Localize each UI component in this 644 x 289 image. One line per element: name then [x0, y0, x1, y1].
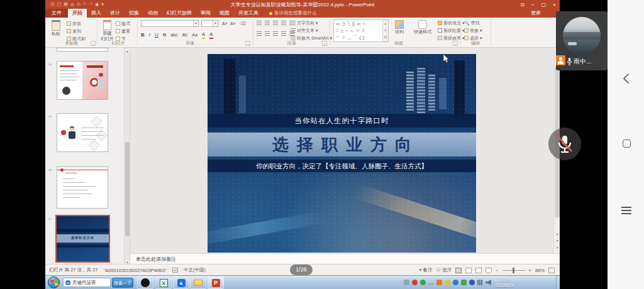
shapes-row[interactable]: □△⌐⌙⇨⇩: [334, 27, 388, 34]
title-bar[interactable]: ◳ ▢ ▤ ◎ ⎙ ↶ ↷ ◉ ▾ 大学生专业认知及职业规划指导-吴华堃2022…: [45, 0, 560, 9]
undo-icon[interactable]: ↶: [83, 2, 87, 7]
tray-icon[interactable]: [469, 280, 475, 285]
shapes-row[interactable]: ▭◻╲╳▭○: [334, 20, 388, 27]
char-spacing-button[interactable]: AV: [182, 31, 187, 38]
strikethrough-button[interactable]: S: [163, 31, 166, 38]
normal-view-button[interactable]: [455, 268, 462, 273]
tab-slideshow[interactable]: 幻灯片放映: [162, 9, 196, 18]
slide-thumbnail[interactable]: [57, 166, 108, 209]
new-slide-button[interactable]: 新建 幻灯片: [101, 20, 114, 41]
taskbar-app-meeting[interactable]: ▲: [173, 276, 189, 289]
spellcheck-icon[interactable]: ab: [172, 268, 178, 273]
align-center-icon[interactable]: [265, 31, 270, 36]
tray-icon[interactable]: [420, 280, 426, 285]
speaker-icon[interactable]: [486, 280, 491, 285]
tab-animations[interactable]: 动画: [143, 9, 162, 18]
ribbon-display-icon[interactable]: ⊡: [520, 2, 525, 8]
sign-in-link[interactable]: 登录: [531, 9, 541, 18]
arrange-button[interactable]: 排列: [395, 20, 404, 35]
align-text-button[interactable]: 对齐文本▾: [291, 28, 332, 33]
qat-dropdown-icon[interactable]: ▾: [101, 2, 104, 7]
slideshow-view-button[interactable]: [486, 268, 492, 273]
paragraph-dialog-launcher[interactable]: ⌟: [322, 41, 327, 46]
tray-icon[interactable]: [453, 280, 458, 285]
tab-developer[interactable]: 开发工具: [234, 9, 263, 18]
thumbnail-scrollbar[interactable]: ▴ ▾: [124, 48, 130, 264]
text-shadow-button[interactable]: abc: [170, 31, 177, 38]
tray-icon[interactable]: [445, 280, 450, 285]
taskbar-app-folder[interactable]: [190, 276, 206, 289]
tray-icon[interactable]: [428, 283, 434, 285]
slide-thumbnail[interactable]: [57, 113, 108, 152]
minimize-icon[interactable]: −: [531, 2, 535, 8]
text-direction-button[interactable]: 文字方向▾: [291, 20, 332, 26]
previous-slide-button[interactable]: ▴: [554, 231, 560, 237]
tell-me-box[interactable]: 告诉我您想要做什么: [269, 9, 317, 18]
reset-button[interactable]: 重置: [116, 28, 130, 34]
tray-icon[interactable]: [436, 280, 442, 285]
font-size-combo[interactable]: ▾: [201, 20, 218, 27]
search-go-button[interactable]: 搜索一下: [112, 278, 133, 288]
combo-arrow-icon[interactable]: ▾: [213, 21, 218, 26]
clipboard-dialog-launcher[interactable]: ⌟: [91, 41, 96, 46]
grow-font-button[interactable]: A˄: [222, 20, 228, 27]
square-button-icon[interactable]: [623, 139, 631, 148]
print-icon[interactable]: ⎙: [77, 2, 80, 7]
comments-toggle[interactable]: 🗩 批注: [436, 267, 452, 273]
font-color-button[interactable]: A: [209, 31, 213, 39]
participant-video-tile[interactable]: 雨中...: [556, 11, 608, 70]
taskbar-app-black-circle[interactable]: [137, 276, 153, 289]
shrink-font-button[interactable]: A˅: [230, 20, 236, 27]
menu-icon[interactable]: [621, 207, 631, 214]
notes-toggle[interactable]: ≡ 备注: [419, 267, 432, 273]
tab-view[interactable]: 视图: [215, 9, 234, 18]
shapes-row[interactable]: ◠☆◡⌒(): [334, 34, 388, 41]
shapes-scrollbar[interactable]: ▴▾⊟: [382, 20, 388, 41]
chevron-left-icon[interactable]: [621, 73, 631, 84]
tab-home[interactable]: 开始: [68, 9, 87, 18]
underline-button[interactable]: U: [155, 31, 158, 38]
start-button[interactable]: [48, 276, 60, 288]
network-signal-icon[interactable]: [477, 280, 483, 285]
combo-arrow-icon[interactable]: ▾: [193, 21, 198, 26]
fit-to-window-button[interactable]: [548, 268, 555, 273]
scroll-down-arrow[interactable]: ▾: [125, 259, 130, 264]
slide-thumbnail-partial[interactable]: [57, 48, 108, 52]
share-icon[interactable]: ◉: [95, 2, 99, 7]
taskbar-search-input[interactable]: e 天迪代运营: [63, 278, 111, 287]
bullets-icon[interactable]: [257, 21, 262, 25]
numbering-icon[interactable]: [265, 21, 270, 25]
taskbar-clock[interactable]: 19:25 2022/8/14: [491, 277, 518, 288]
italic-button[interactable]: I: [149, 31, 150, 38]
slide-thumbnail-selected[interactable]: 选择职业方向: [55, 215, 110, 263]
language-indicator[interactable]: 中文(中国): [184, 267, 206, 273]
indent-decrease-icon[interactable]: [273, 21, 278, 25]
next-slide-button[interactable]: ▾: [554, 238, 560, 244]
find-button[interactable]: 🔍查找: [464, 20, 482, 26]
redo-icon[interactable]: ↷: [89, 2, 92, 7]
save-icon[interactable]: ▤: [64, 2, 68, 7]
new-file-icon[interactable]: ▢: [57, 2, 62, 7]
tray-icon[interactable]: [404, 280, 409, 285]
scroll-down-arrow[interactable]: ▾: [554, 245, 560, 251]
paste-button[interactable]: 粘贴: [52, 20, 60, 36]
zoom-out-button[interactable]: −: [496, 268, 498, 273]
zoom-slider[interactable]: [502, 270, 525, 271]
zoom-slider-thumb[interactable]: [513, 268, 514, 273]
align-left-icon[interactable]: [257, 31, 262, 36]
tab-insert[interactable]: 插入: [87, 9, 106, 18]
maximize-icon[interactable]: ▢: [541, 2, 547, 8]
close-icon[interactable]: ×: [553, 2, 556, 8]
notes-placeholder[interactable]: 单击此处添加备注: [136, 256, 176, 262]
change-case-button[interactable]: Aa: [192, 31, 197, 38]
clear-format-button[interactable]: ⌫: [240, 20, 246, 27]
scrollbar-thumb[interactable]: [125, 142, 130, 236]
taskbar-app-powerpoint[interactable]: P: [208, 276, 224, 289]
slide-thumbnail[interactable]: [57, 61, 108, 100]
zoom-percentage[interactable]: 86%: [535, 268, 545, 273]
font-name-combo[interactable]: ▾: [141, 20, 199, 27]
mute-microphone-button[interactable]: [548, 128, 581, 160]
reading-view-button[interactable]: [475, 268, 482, 273]
taskbar-app-excel[interactable]: X: [155, 276, 172, 289]
quick-styles-button[interactable]: 快速样式: [414, 20, 431, 35]
